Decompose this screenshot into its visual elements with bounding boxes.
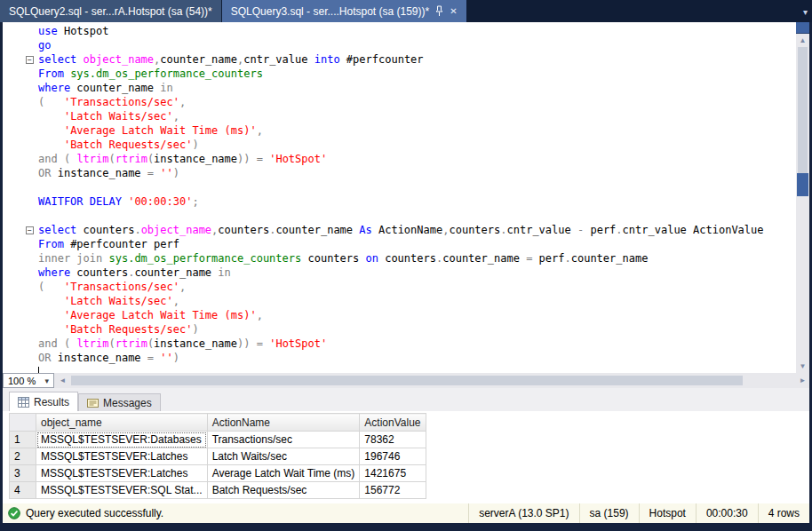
editor-hscrollbar[interactable]: ◄ ► [54,373,809,388]
scroll-up-icon[interactable]: ▲ [796,34,809,47]
grid-row: 2MSSQL$TESTSEVER:LatchesLatch Waits/sec1… [10,448,426,465]
row-number-cell[interactable]: 3 [10,465,36,482]
code-line[interactable]: and ( ltrim(rtrim(instance_name)) = 'Hot… [3,152,796,166]
grid-cell[interactable]: Average Latch Wait Time (ms) [207,465,360,482]
hscroll-thumb[interactable] [71,376,743,385]
pin-icon[interactable] [435,5,443,17]
tab-label: Results [34,396,69,408]
row-number-cell[interactable]: 4 [10,482,36,499]
fold-gutter [3,365,38,373]
code-lines[interactable]: use Hotspotgo−select object_name,counter… [3,22,796,373]
code-line[interactable]: and ( ltrim(rtrim(instance_name)) = 'Hot… [3,337,796,351]
fold-gutter [3,294,38,308]
scroll-down-icon[interactable]: ▼ [796,360,809,373]
code-line[interactable]: OR instance_name = '') [3,351,796,365]
code-line[interactable]: From #perfcounter perf [3,237,796,251]
fold-collapse-icon[interactable]: − [3,52,38,67]
text-caret [38,367,39,373]
fold-gutter [3,237,38,251]
code-line[interactable]: −select object_name,counter_name,cntr_va… [3,52,796,67]
row-number-cell[interactable]: 2 [10,448,36,465]
zoom-select[interactable]: 100 % ▾ [3,373,54,388]
vscroll-thumb[interactable] [798,47,808,173]
scroll-right-icon[interactable]: ► [796,373,809,388]
grid-cell[interactable]: MSSQL$TESTSEVER:Latches [36,465,208,482]
vscroll-marker [797,173,808,196]
grid-cell[interactable]: 196746 [360,448,426,465]
grid-cell[interactable]: 78362 [360,432,426,448]
query-statusbar: Query executed successfully. serverA (13… [3,503,809,523]
fold-gutter [3,24,38,38]
code-line[interactable]: go [3,38,796,52]
editor-vscrollbar[interactable]: ▲ ▼ [796,22,809,373]
tab-sqlquery2[interactable]: SQLQuery2.sql - ser...rA.Hotspot (sa (54… [0,0,221,22]
grid-column-header-actionname[interactable]: ActionName [207,414,360,432]
code-line[interactable]: From sys.dm_os_performance_counters [3,67,796,81]
grid-cell[interactable]: MSSQL$TESTSEVER:SQL Stat... [36,482,208,499]
tab-label: Messages [103,397,152,409]
scroll-left-icon[interactable]: ◄ [56,373,69,388]
success-check-icon [8,507,20,519]
code-line[interactable] [3,180,796,194]
fold-gutter [3,109,38,123]
document-tabbar: SQLQuery2.sql - ser...rA.Hotspot (sa (54… [0,0,812,22]
code-line[interactable]: where counter_name in [3,81,796,95]
fold-gutter [3,95,38,109]
grid-row: 3MSSQL$TESTSEVER:LatchesAverage Latch Wa… [10,465,426,482]
fold-gutter [3,194,38,209]
close-icon[interactable]: ✕ [450,7,457,16]
code-line[interactable]: inner join sys.dm_os_performance_counter… [3,251,796,266]
code-line[interactable]: 'Average Latch Wait Time (ms)', [3,123,796,138]
code-line[interactable]: 'Batch Requests/sec') [3,322,796,337]
splitter-handle-icon[interactable] [796,22,809,34]
status-row-count: 4 rows [758,503,809,523]
grid-cell[interactable]: 1421675 [360,465,426,482]
results-tab-strip: Results Messages [3,388,809,411]
status-database: Hotspot [639,503,696,523]
results-grid-icon [18,397,29,408]
results-grid: object_nameActionNameActionValue1MSSQL$T… [9,413,426,499]
tab-results[interactable]: Results [9,392,78,411]
code-line[interactable]: WAITFOR DELAY '00:00:30'; [3,194,796,209]
tab-sqlquery3[interactable]: SQLQuery3.sql - ser....Hotspot (sa (159)… [222,0,466,22]
fold-collapse-icon[interactable]: − [3,223,38,237]
grid-column-header-object_name[interactable]: object_name [36,414,208,432]
fold-gutter [3,166,38,180]
window-bottom-frame [0,523,812,531]
code-line[interactable]: where counters.counter_name in [3,266,796,280]
code-line[interactable]: 'Latch Waits/sec', [3,109,796,123]
code-line[interactable]: 'Latch Waits/sec', [3,294,796,308]
status-server: serverA (13.0 SP1) [468,503,578,523]
fold-gutter [3,38,38,52]
fold-gutter [3,152,38,166]
code-line[interactable]: ( 'Transactions/sec', [3,95,796,109]
grid-cell[interactable]: 156772 [360,482,426,499]
grid-corner-cell[interactable] [10,414,36,432]
tab-messages[interactable]: Messages [78,393,161,411]
code-line[interactable]: use Hotspot [3,24,796,38]
messages-icon [87,398,99,408]
code-line[interactable]: −select counters.object_name,counters.co… [3,223,796,237]
grid-cell[interactable]: MSSQL$TESTSEVER:Databases [36,432,208,448]
code-line[interactable]: 'Batch Requests/sec') [3,138,796,152]
results-grid-area: object_nameActionNameActionValue1MSSQL$T… [3,411,809,503]
grid-cell[interactable]: Batch Requests/sec [207,482,360,499]
ssms-window: SQLQuery2.sql - ser...rA.Hotspot (sa (54… [0,0,812,531]
grid-cell[interactable]: Latch Waits/sec [207,448,360,465]
fold-gutter [3,81,38,95]
code-line[interactable] [3,365,796,373]
code-line[interactable] [3,209,796,223]
tab-label: SQLQuery2.sql - ser...rA.Hotspot (sa (54… [9,5,212,18]
status-elapsed-time: 00:00:30 [696,503,758,523]
tab-list-dropdown-icon[interactable]: ▾ [803,6,808,16]
code-line[interactable]: OR instance_name = '') [3,166,796,180]
row-number-cell[interactable]: 1 [10,432,36,448]
fold-gutter [3,322,38,337]
grid-row: 1MSSQL$TESTSEVER:DatabasesTransactions/s… [10,432,426,448]
grid-cell[interactable]: MSSQL$TESTSEVER:Latches [36,448,208,465]
grid-cell[interactable]: Transactions/sec [207,432,360,448]
code-line[interactable]: 'Average Latch Wait Time (ms)', [3,308,796,322]
grid-column-header-actionvalue[interactable]: ActionValue [360,414,426,432]
code-line[interactable]: ( 'Transactions/sec', [3,280,796,294]
grid-row: 4MSSQL$TESTSEVER:SQL Stat...Batch Reques… [10,482,426,499]
